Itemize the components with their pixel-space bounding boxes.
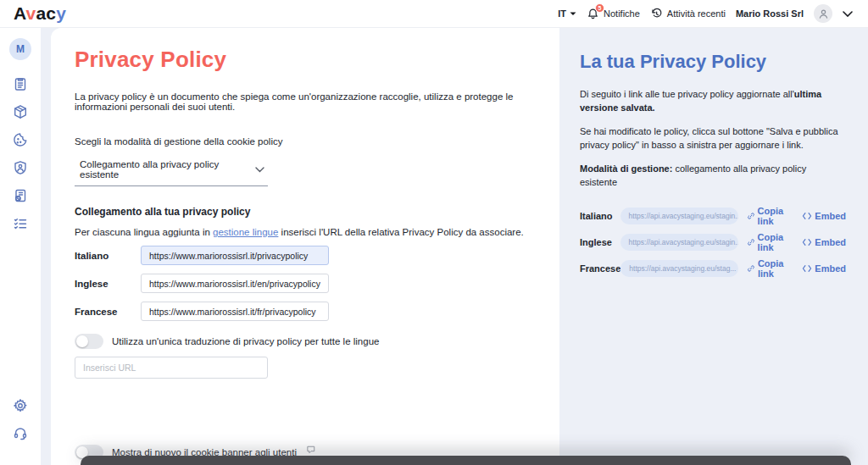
link-actions: Copia link Embed [747,232,846,252]
avacy-logo[interactable]: Avacy [14,3,66,24]
recent-activity-label: Attività recenti [667,8,726,19]
embed-label: Embed [815,237,846,247]
single-translation-toggle-label: Utilizza un'unica traduzione di privacy … [112,336,379,346]
link-icon [747,211,755,221]
single-url-input[interactable] [75,357,268,379]
recent-activity-button[interactable]: Attività recenti [650,8,726,20]
account-name[interactable]: Mario Rossi Srl [736,8,804,19]
cookie-policy-mode-select[interactable]: Collegamento alla privacy policy esisten… [75,154,268,186]
right-panel-mode-line: Modalità di gestione: collegamento alla … [580,163,846,190]
bell-icon: 5 [587,8,599,20]
consent-report-icon[interactable] [12,187,29,204]
privacy-shield-icon[interactable] [12,159,29,176]
privacy-policy-panel: Privacy Policy La privacy policy è un do… [51,28,559,465]
embed-button[interactable]: Embed [802,237,846,247]
user-avatar[interactable] [814,4,832,23]
workspace-avatar[interactable]: M [9,38,31,60]
rp-mode-label: Modalità di gestione: [580,163,672,174]
policy-url-pill[interactable]: https://api.avacystaging.eu/stagin... [620,208,738,224]
package-icon[interactable] [12,103,29,120]
url-field-row: Inglese [75,274,534,293]
language-selector[interactable]: IT [558,8,576,19]
logo-letter: ac [36,3,56,23]
notifications-button[interactable]: 5 Notifiche [587,8,640,20]
url-field-row: Francese [75,302,534,321]
code-icon [802,264,812,273]
notification-badge: 5 [595,3,604,13]
cookie-banner-preview [81,456,851,465]
notifications-label: Notifiche [604,8,640,19]
intro-text: La privacy policy è un documento che spi… [75,91,534,112]
embed-button[interactable]: Embed [802,211,846,221]
english-url-input[interactable] [141,274,329,293]
cookie-icon[interactable] [12,131,29,148]
right-panel-paragraph: Se hai modificato le policy, clicca sul … [580,125,846,152]
italian-url-input[interactable] [141,246,329,265]
your-privacy-policy-panel: La tua Privacy Policy Di seguito i link … [559,28,868,465]
left-sidebar: M [0,28,41,465]
chevron-down-icon [570,12,576,16]
french-url-input[interactable] [141,302,329,321]
policy-url-pill[interactable]: https://api.avacystaging.eu/stagin... [620,234,738,251]
chevron-down-icon [255,167,264,173]
right-panel-title: La tua Privacy Policy [580,51,846,73]
link-icon [747,237,755,247]
copy-link-button[interactable]: Copia link [747,258,794,279]
section-desc-text: Per ciascuna lingua aggiunta in [75,227,213,237]
spacer [75,379,534,432]
link-label: Inglese [580,237,620,247]
clipboard-icon[interactable] [12,75,29,92]
copy-link-label: Copia link [758,206,795,226]
top-header: Avacy IT 5 Notifiche [0,0,868,28]
section-description: Per ciascuna lingua aggiunta in gestione… [75,227,534,237]
section-title: Collegamento alla tua privacy policy [75,206,534,218]
toggle-knob [76,335,88,347]
field-label-francese: Francese [75,307,141,317]
account-menu-chevron-icon[interactable] [843,11,853,17]
header-actions: IT 5 Notifiche Att [558,4,853,23]
embed-label: Embed [815,263,846,274]
copy-link-button[interactable]: Copia link [747,232,795,252]
logo-letter: v [26,3,36,23]
single-translation-toggle[interactable] [75,334,103,349]
policy-links-list: Italiano https://api.avacystaging.eu/sta… [580,206,846,279]
embed-label: Embed [815,211,846,221]
section-desc-text: inserisci l'URL della relativa Privacy P… [278,227,523,237]
checklist-icon[interactable] [12,215,29,232]
link-label: Francese [580,263,620,274]
code-icon [802,238,812,246]
person-icon [818,8,829,19]
logo-letter: y [56,3,66,23]
policy-link-row-inglese: Inglese https://api.avacystaging.eu/stag… [580,232,846,252]
support-headset-icon[interactable] [12,425,29,442]
policy-url-pill[interactable]: https://api.avacystaging.eu/stag... [620,260,738,277]
embed-button[interactable]: Embed [802,263,846,274]
rp-p1-text: Di seguito i link alle tue privacy polic… [580,89,794,99]
link-actions: Copia link Embed [747,206,846,226]
mode-select-value: Collegamento alla privacy policy esisten… [80,159,255,180]
code-icon [802,212,812,220]
tooltip-icon[interactable] [307,446,315,454]
history-icon [650,8,663,20]
field-label-inglese: Inglese [75,279,141,289]
copy-link-label: Copia link [758,258,794,279]
manage-languages-link[interactable]: gestione lingue [213,227,278,237]
copy-link-label: Copia link [758,232,795,252]
link-label: Italiano [580,211,620,221]
right-panel-paragraph: Di seguito i link alle tue privacy polic… [580,88,846,115]
policy-link-row-italiano: Italiano https://api.avacystaging.eu/sta… [580,206,846,226]
settings-gear-icon[interactable] [12,397,29,414]
link-icon [747,263,755,274]
policy-link-row-francese: Francese https://api.avacystaging.eu/sta… [580,258,846,279]
single-translation-toggle-row: Utilizza un'unica traduzione di privacy … [75,334,534,349]
field-label-italiano: Italiano [75,251,141,261]
url-field-row: Italiano [75,246,534,265]
copy-link-button[interactable]: Copia link [747,206,795,226]
language-label: IT [558,8,566,19]
logo-letter: A [14,3,26,23]
link-actions: Copia link Embed [747,258,846,279]
mode-select-label: Scegli la modalità di gestione della coo… [75,136,534,147]
page-title: Privacy Policy [75,47,534,73]
